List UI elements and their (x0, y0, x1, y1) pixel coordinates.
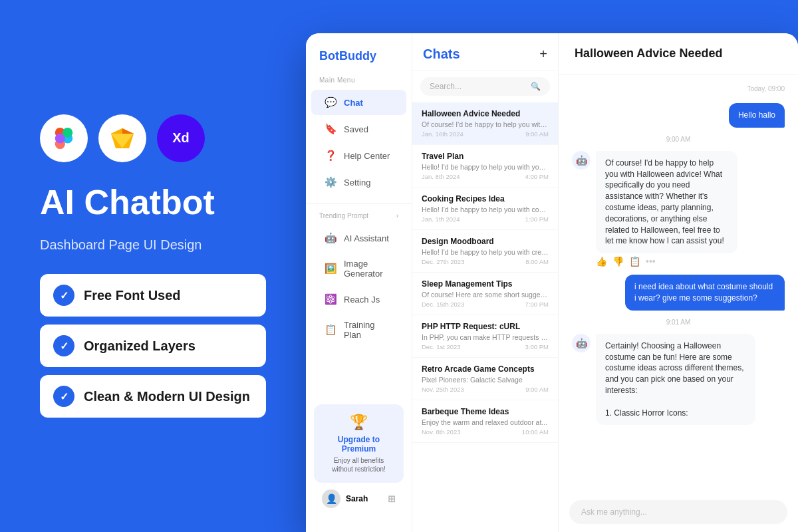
gear-icon: ⚙️ (325, 176, 337, 188)
bot-message-1: 🤖 Of course! I'd be happy to help you wi… (572, 151, 785, 267)
thumbs-down-icon[interactable]: 👎 (612, 256, 624, 267)
upgrade-icon: 🏆 (323, 414, 394, 431)
chat-items: Halloween Advice Needed Of course! I'd b… (412, 102, 558, 532)
chat-icon: 💬 (325, 96, 337, 108)
thumbs-up-icon[interactable]: 👍 (596, 256, 607, 267)
sidebar-item-reach-js[interactable]: ⚛️ Reach Js (311, 287, 406, 312)
sidebar-bottom: 🏆 Upgrade to Premium Enjoy all benefits … (306, 396, 412, 516)
chat-list-item[interactable]: Retro Arcade Game Concepts Pixel Pioneer… (412, 358, 558, 400)
chat-list-item[interactable]: Travel Plan Hello! I'd be happy to help … (412, 145, 558, 188)
search-placeholder: Search... (430, 82, 462, 91)
avatar: 👤 (322, 489, 340, 508)
chat-list-item[interactable]: Barbeque Theme Ideas Enjoy the warm and … (412, 400, 558, 443)
user-message-2: i need idea about what costume should i … (572, 275, 785, 311)
check-icon: ✓ (53, 285, 74, 306)
upgrade-desc: Enjoy all benefits without restriction! (323, 456, 394, 473)
chevron-right-icon: › (396, 212, 398, 219)
bot-bubble-1: Of course! I'd be happy to help you with… (596, 151, 737, 253)
xd-icon: Xd (157, 114, 205, 162)
user-bubble-1: Hello hallo (729, 103, 785, 128)
image-icon: 🖼️ (325, 263, 337, 275)
user-bubble-2: i need idea about what costume should i … (625, 275, 785, 311)
figma-icon (40, 114, 88, 162)
chat-list-item[interactable]: Design Moodboard Hello! I'd be happy to … (412, 230, 558, 273)
bot-avatar-2: 🤖 (572, 334, 591, 352)
copy-icon[interactable]: 📋 (629, 256, 640, 267)
code-icon: ⚛️ (325, 293, 337, 305)
chat-list-header: Chats + (412, 33, 558, 70)
badge-clean-ui: ✓ Clean & Modern UI Design (40, 375, 266, 418)
bot-avatar-1: 🤖 (572, 151, 591, 170)
feature-badges: ✓ Free Font Used ✓ Organized Layers ✓ Cl… (40, 274, 266, 418)
user-row: 👤 Sarah ⊞ (314, 483, 404, 508)
subtitle: Dashboard Page UI Design (40, 237, 266, 253)
bookmark-icon: 🔖 (325, 123, 337, 135)
training-icon: 📋 (325, 324, 337, 336)
check-icon-3: ✓ (53, 386, 74, 407)
chat-list-item[interactable]: Halloween Advice Needed Of course! I'd b… (412, 102, 558, 145)
date-divider: Today, 09:00 (572, 85, 785, 92)
chat-messages: Today, 09:00 Hello hallo 9:00 AM 🤖 Of co… (559, 74, 798, 492)
user-message-1: Hello hallo (572, 103, 785, 128)
chats-title: Chats (423, 47, 460, 62)
chat-list-item[interactable]: Cooking Recipes Idea Hello! I'd be happy… (412, 188, 558, 230)
sketch-icon (98, 114, 146, 162)
trending-label: Trending Prompt › (306, 212, 412, 219)
upgrade-card[interactable]: 🏆 Upgrade to Premium Enjoy all benefits … (314, 404, 404, 483)
left-panel: Xd AI Chatbot Dashboard Page UI Design ✓… (0, 88, 306, 444)
chat-list: Chats + Search... 🔍 Halloween Advice Nee… (412, 33, 559, 532)
ai-icon: 🤖 (325, 232, 337, 244)
more-icon[interactable]: ••• (646, 256, 656, 267)
chat-area: Halloween Advice Needed Today, 09:00 Hel… (559, 33, 798, 532)
bot-time-1: 9:00 AM (572, 136, 785, 143)
chat-list-item[interactable]: Sleep Management Tips Of course! Here ar… (412, 273, 558, 315)
sidebar-item-image-gen[interactable]: 🖼️ Image Generator (311, 252, 406, 285)
app-mockup: BotBuddy Main Menu 💬 Chat 🔖 Saved ❓ Help… (306, 33, 798, 532)
sidebar-item-chat[interactable]: 💬 Chat (311, 90, 406, 115)
sidebar-logo: BotBuddy (306, 49, 412, 76)
username: Sarah (346, 494, 368, 503)
bot-time-2: 9:01 AM (572, 319, 785, 326)
upgrade-title: Upgrade to Premium (323, 435, 394, 454)
bot-message-2: 🤖 Certainly! Choosing a Halloween costum… (572, 334, 785, 426)
chat-input[interactable]: Ask me anything... (569, 500, 787, 524)
add-chat-button[interactable]: + (539, 47, 547, 62)
tool-icons: Xd (40, 114, 266, 162)
sidebar-item-training[interactable]: 📋 Training Plan (311, 313, 406, 346)
message-actions: 👍 👎 📋 ••• (596, 256, 785, 267)
svg-point-4 (63, 128, 72, 138)
sidebar: BotBuddy Main Menu 💬 Chat 🔖 Saved ❓ Help… (306, 33, 412, 532)
main-title: AI Chatbot (40, 184, 266, 221)
search-icon: 🔍 (531, 82, 541, 91)
check-icon-2: ✓ (53, 335, 74, 356)
layout-icon: ⊞ (388, 493, 396, 504)
help-icon: ❓ (325, 150, 337, 162)
sidebar-item-setting[interactable]: ⚙️ Setting (311, 170, 406, 195)
sidebar-item-ai-assistant[interactable]: 🤖 AI Assistant (311, 225, 406, 251)
bot-bubble-2: Certainly! Choosing a Halloween costume … (596, 334, 755, 426)
main-menu-label: Main Menu (306, 76, 412, 84)
chat-list-item[interactable]: PHP HTTP Request: cURL In PHP, you can m… (412, 315, 558, 358)
chat-header: Halloween Advice Needed (559, 33, 798, 74)
badge-organized-layers: ✓ Organized Layers (40, 325, 266, 367)
badge-free-font: ✓ Free Font Used (40, 274, 266, 317)
sidebar-item-help[interactable]: ❓ Help Center (311, 143, 406, 168)
sidebar-item-saved[interactable]: 🔖 Saved (311, 116, 406, 142)
chat-search[interactable]: Search... 🔍 (420, 77, 550, 96)
